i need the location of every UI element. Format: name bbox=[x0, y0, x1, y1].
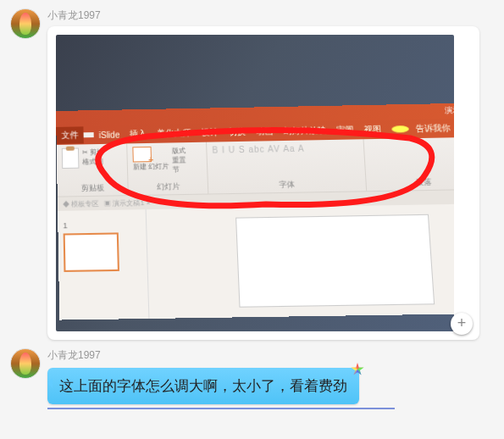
chat-message-2: 小青龙1997 这上面的字体怎么调大啊，太小了，看着费劲 bbox=[0, 340, 504, 409]
layout-btn[interactable]: 版式 bbox=[172, 146, 186, 155]
group-label: 段落 bbox=[371, 176, 454, 189]
image-bubble[interactable]: 演示文稿1 - Pow 文件 iSlide 插入 美化大师 设计 切换 动画 幻… bbox=[47, 26, 479, 340]
new-slide-icon[interactable] bbox=[132, 147, 152, 163]
group-slides: 新建 幻灯片 版式 重置 节 幻灯片 bbox=[127, 142, 208, 195]
slide-thumbnail[interactable] bbox=[64, 232, 119, 272]
powerpoint-window: 演示文稿1 - Pow 文件 iSlide 插入 美化大师 设计 切换 动画 幻… bbox=[56, 103, 454, 320]
thumbnail-pane[interactable]: 1 bbox=[58, 209, 149, 320]
text-bubble[interactable]: 这上面的字体怎么调大啊，太小了，看着费劲 bbox=[47, 368, 359, 404]
username: 小青龙1997 bbox=[47, 348, 494, 363]
group-font: B I U S abc AV Aa A 字体 bbox=[207, 139, 367, 193]
reset-btn[interactable]: 重置 bbox=[172, 155, 186, 164]
zoom-button[interactable]: + bbox=[451, 313, 473, 335]
tab-islide[interactable]: iSlide bbox=[94, 130, 125, 140]
ribbon-body: ✂ 剪切 格式刷 剪贴板 新建 幻灯片 bbox=[57, 136, 454, 197]
tell-me[interactable]: 告诉我你 bbox=[386, 122, 454, 136]
tab-slideshow[interactable]: 幻灯片放映 bbox=[279, 125, 333, 137]
group-label: 剪贴板 bbox=[63, 182, 123, 194]
group-label: 字体 bbox=[213, 178, 361, 192]
pinwheel-icon bbox=[351, 363, 364, 376]
slide-area: 1 bbox=[58, 203, 454, 320]
status-a[interactable]: 模板专区 bbox=[71, 199, 99, 208]
font-tools[interactable]: B I U S abc AV Aa A bbox=[212, 142, 358, 154]
section-btn[interactable]: 节 bbox=[173, 164, 187, 174]
thumb-number: 1 bbox=[63, 221, 67, 230]
group-label: 幻灯片 bbox=[134, 181, 203, 193]
paste-icon[interactable] bbox=[62, 147, 80, 169]
tab-animation[interactable]: 动画 bbox=[251, 125, 279, 138]
bulb-icon bbox=[392, 125, 410, 132]
doc-title: 演示文稿1 - Pow bbox=[445, 105, 454, 114]
message-text: 这上面的字体怎么调大啊，太小了，看着费劲 bbox=[59, 378, 347, 394]
tab-design[interactable]: 设计 bbox=[197, 126, 224, 139]
tab-review[interactable]: 审阅 bbox=[331, 124, 359, 136]
current-slide[interactable] bbox=[235, 214, 435, 308]
cut-btn[interactable]: ✂ 剪切 bbox=[82, 147, 104, 158]
tab-insert[interactable]: 插入 bbox=[125, 128, 152, 141]
format-btn[interactable]: 格式刷 bbox=[82, 157, 104, 167]
group-clipboard: ✂ 剪切 格式刷 剪贴板 bbox=[57, 143, 129, 196]
underline-decor bbox=[47, 408, 395, 409]
username: 小青龙1997 bbox=[47, 8, 494, 23]
tab-file[interactable]: 文件 bbox=[56, 126, 84, 144]
tab-home[interactable] bbox=[84, 132, 94, 137]
screenshot-photo: 演示文稿1 - Pow 文件 iSlide 插入 美化大师 设计 切换 动画 幻… bbox=[56, 35, 454, 331]
tab-beautify[interactable]: 美化大师 bbox=[152, 127, 197, 140]
tab-view[interactable]: 视图 bbox=[359, 124, 387, 136]
avatar[interactable] bbox=[10, 8, 41, 39]
tab-transition[interactable]: 切换 bbox=[224, 126, 252, 139]
status-b[interactable]: 演示文稿1 bbox=[113, 198, 144, 207]
group-paragraph: 段落 bbox=[364, 137, 454, 191]
chat-message-1: 小青龙1997 演示文稿1 - Pow 文件 iSlide 插入 美化大师 设计… bbox=[0, 0, 504, 340]
avatar[interactable] bbox=[10, 348, 41, 379]
editor-pane[interactable] bbox=[147, 203, 454, 319]
